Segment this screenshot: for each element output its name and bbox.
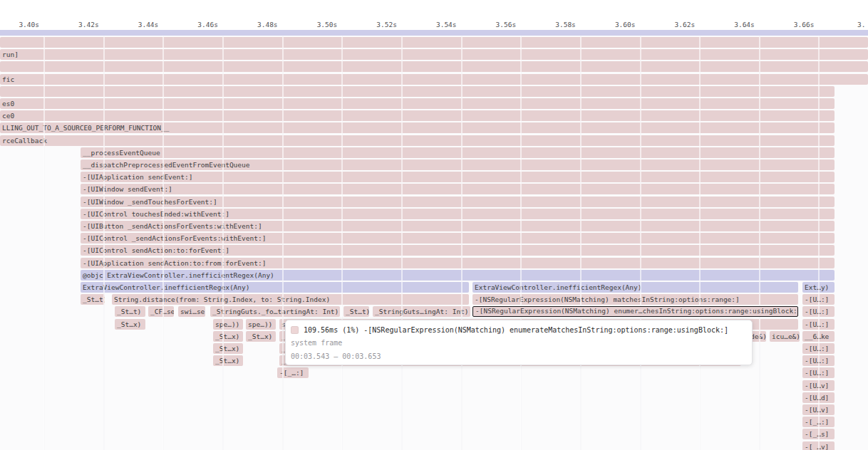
profiler-flame-chart: 3.40s3.42s3.44s3.46s3.48s3.50s3.52s3.54s… bbox=[0, 0, 868, 450]
frame-bar[interactable]: _St…x) bbox=[115, 319, 145, 330]
gridline-highlight bbox=[222, 36, 224, 450]
gridline-highlight bbox=[640, 36, 641, 450]
frame-bar[interactable]: fic bbox=[0, 74, 868, 85]
gridline-highlight bbox=[43, 36, 45, 450]
tooltip-title-line: 109.56ms (1%) -[NSRegularExpression(NSMa… bbox=[291, 325, 749, 336]
timeline-header-strip bbox=[0, 30, 868, 36]
time-tick-label: 3.64s bbox=[712, 20, 755, 29]
frame-bar[interactable]: String.distance(from: String.Index, to: … bbox=[112, 294, 469, 305]
frame-bar[interactable]: run] bbox=[0, 49, 868, 60]
time-ruler[interactable]: 3.40s3.42s3.44s3.46s3.48s3.50s3.52s3.54s… bbox=[0, 0, 868, 30]
time-tick-label: 3.50s bbox=[294, 20, 337, 29]
frame-bar[interactable]: _CF…se bbox=[148, 306, 174, 317]
time-tick-label: 3.40s bbox=[0, 20, 39, 29]
frame-bar[interactable]: -[UIControl touchesEnded:withEvent:] bbox=[81, 209, 835, 219]
tooltip-title: 109.56ms (1%) -[NSRegularExpression(NSMa… bbox=[304, 326, 728, 334]
time-tick-label: 3.46s bbox=[175, 20, 218, 29]
frame-bar[interactable]: ce0 bbox=[0, 110, 835, 121]
tooltip: 109.56ms (1%) -[NSRegularExpression(NSMa… bbox=[285, 320, 753, 365]
frame-bar[interactable]: _St…t) bbox=[81, 294, 105, 305]
time-tick-label: 3.44s bbox=[115, 20, 158, 29]
frame-bar[interactable]: spe…)) bbox=[246, 319, 276, 330]
gridline-highlight bbox=[162, 36, 164, 450]
time-tick-label: 3.58s bbox=[533, 20, 576, 29]
gridline-highlight bbox=[103, 36, 105, 450]
frame-bar[interactable]: -[UIWindow _sendTouchesForEvent:] bbox=[81, 197, 835, 207]
frame-bar[interactable] bbox=[0, 61, 868, 72]
frame-bar[interactable]: LLING_OUT_TO_A_SOURCE0_PERFORM_FUNCTION_… bbox=[0, 122, 835, 133]
frame-bar[interactable]: -[UIButton _sendActionsForEvents:withEve… bbox=[81, 221, 835, 231]
time-tick-label: 3.52s bbox=[354, 20, 397, 29]
time-tick-label: 3.60s bbox=[593, 20, 636, 29]
frame-bar[interactable]: _StringGuts…ingAt: Int) bbox=[373, 306, 470, 317]
frame-bar[interactable] bbox=[0, 86, 835, 97]
gridline-highlight bbox=[341, 36, 343, 450]
frame-bar[interactable] bbox=[0, 37, 868, 48]
frame-bar[interactable]: _St…x) bbox=[246, 331, 276, 342]
time-tick-label: 3.66s bbox=[771, 20, 814, 29]
frame-bar[interactable]: __dispatchPreprocessedEventFromEventQueu… bbox=[81, 159, 835, 170]
gridline-highlight bbox=[461, 36, 463, 450]
time-tick-label: 3.62s bbox=[652, 20, 695, 29]
frame-bar-selected[interactable]: -[NSRegularExpression(NSMatching) enumer… bbox=[472, 306, 798, 317]
frame-bar[interactable]: icu…e&) bbox=[770, 331, 800, 342]
frame-bar[interactable]: _St…t) bbox=[115, 306, 145, 317]
time-tick-label: 3.42s bbox=[56, 20, 99, 29]
tooltip-color-swatch-icon bbox=[291, 326, 299, 334]
time-tick-label-partial: 3. bbox=[857, 20, 868, 29]
frame-bar[interactable]: -[UIApplication sendEvent:] bbox=[81, 172, 835, 182]
tooltip-time-range: 00:03.543 — 00:03.653 bbox=[291, 352, 381, 361]
gridline-highlight bbox=[759, 36, 760, 450]
gridline-highlight bbox=[699, 36, 701, 450]
frame-bar[interactable]: _St…t) bbox=[343, 306, 369, 317]
frame-bar[interactable]: @objc ExtraViewController.inefficientReg… bbox=[81, 270, 835, 281]
time-tick-label: 3.54s bbox=[414, 20, 457, 29]
frame-bar[interactable]: rceCallback bbox=[0, 135, 835, 146]
frame-bar[interactable]: _St…x) bbox=[213, 355, 243, 366]
time-tick-label: 3.48s bbox=[235, 20, 278, 29]
gridline-highlight bbox=[520, 36, 522, 450]
frame-bar[interactable]: swi…se bbox=[178, 306, 205, 317]
frame-bar[interactable]: _St…x) bbox=[213, 343, 243, 354]
gridline-highlight bbox=[580, 36, 582, 450]
frame-bar[interactable]: -[UIControl sendAction:to:forEvent:] bbox=[81, 245, 835, 256]
frame-bar[interactable]: ExtraViewController.inefficientRegex(Any… bbox=[81, 282, 469, 293]
frame-bar[interactable]: -[UIWindow sendEvent:] bbox=[81, 184, 835, 194]
tooltip-subtitle: system frame bbox=[291, 338, 342, 347]
gridline-highlight bbox=[282, 36, 284, 450]
frame-bar[interactable]: es0 bbox=[0, 98, 835, 109]
frame-bar[interactable]: _St…x) bbox=[213, 331, 243, 342]
frame-bar[interactable]: -[UIApplication sendAction:to:from:forEv… bbox=[81, 258, 835, 268]
frame-bar[interactable]: -[UIControl _sendActionsForEvents:withEv… bbox=[81, 233, 835, 244]
frame-bar[interactable]: __processEventQueue bbox=[81, 147, 835, 158]
gridline-highlight bbox=[818, 36, 820, 450]
frame-bar[interactable]: spe…)) bbox=[213, 319, 243, 330]
frame-bar[interactable]: _StringGuts._fo…tartingAt: Int) bbox=[210, 306, 340, 317]
time-tick-label: 3.56s bbox=[473, 20, 516, 29]
gridline-highlight bbox=[401, 36, 403, 450]
